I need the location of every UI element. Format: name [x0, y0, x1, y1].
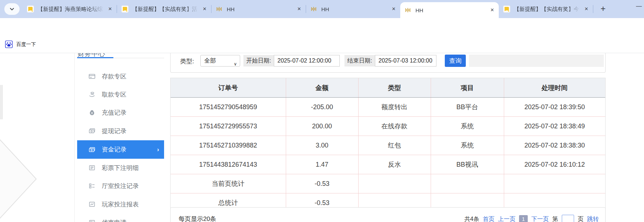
cell-project: 系统 [431, 117, 504, 136]
tab-hh-active[interactable]: HH ✕ [400, 2, 499, 18]
sidebar-item-promo-apply[interactable]: 优惠申请 [77, 213, 164, 222]
table-header-row: 订单号 金额 类型 项目 处理时间 [171, 78, 605, 98]
cell-process-time: 2025-07-02 16:10:12 [504, 155, 605, 174]
sidebar-item-lottery-bet-detail[interactable]: 彩票下注明细 [77, 159, 164, 177]
cell-order-no: 1751452729955573 [171, 117, 286, 136]
tab-hh-2[interactable]: HH ✕ [306, 0, 400, 18]
query-button[interactable]: 查询 [445, 55, 466, 67]
sidebar-item-label: 玩家投注报表 [102, 200, 139, 209]
sidebar-title-underline-accent [77, 57, 113, 58]
first-page-link[interactable]: 首页 [483, 215, 494, 222]
tab-search-button[interactable] [4, 3, 20, 15]
cell-amount: 3.00 [286, 136, 358, 155]
tab-close-icon[interactable]: ✕ [200, 5, 209, 13]
start-date-input[interactable] [274, 55, 340, 67]
jump-suffix-label: 页 [578, 215, 584, 222]
sidebar-item-funds-records[interactable]: 资金记录 › [77, 140, 164, 159]
prev-page-link[interactable]: 上一页 [498, 215, 515, 222]
sidebar-item-deposit-zone[interactable]: 存款专区 [77, 67, 164, 85]
end-date-input[interactable] [375, 55, 436, 67]
cell-amount: 1.47 [286, 155, 358, 174]
column-header-project: 项目 [431, 78, 504, 98]
tab-close-icon[interactable]: ✕ [295, 5, 304, 13]
sidebar-item-recharge-records[interactable]: 充值记录 [77, 103, 164, 121]
tab-hh-1[interactable]: HH ✕ [212, 0, 306, 18]
column-header-type: 类型 [358, 78, 431, 98]
table-row: 1751452790548959 -205.00 额度转出 BB平台 2025-… [171, 98, 605, 117]
page-watermark-triangle [0, 137, 40, 221]
lottery-list-icon [89, 165, 95, 171]
window-minimize-button[interactable]: — [636, 3, 642, 9]
tab-close-icon[interactable]: ✕ [488, 6, 497, 14]
chevron-right-icon: › [157, 146, 159, 153]
sidebar-item-label: 取款专区 [102, 90, 126, 99]
sidebar-item-label: 优惠申请 [102, 218, 126, 222]
sidebar-item-label: 提现记录 [102, 127, 126, 135]
total-count-label: 共4条 [464, 215, 479, 222]
jump-prefix-label: 第 [552, 215, 558, 222]
sidebar-item-label: 充值记录 [102, 108, 126, 117]
tab-close-icon[interactable]: ✕ [106, 5, 114, 13]
bookmark-label[interactable]: 百度一下 [16, 41, 36, 48]
withdrawal-cash-icon [89, 128, 95, 134]
column-header-process-time: 处理时间 [504, 78, 605, 98]
promo-apply-icon [89, 219, 95, 222]
tab-title: HH [415, 7, 488, 13]
forum-favicon-icon [27, 5, 34, 13]
cell-amount: -205.00 [286, 98, 358, 117]
deposit-card-icon [89, 73, 95, 80]
browser-toolbar: yl756.com/hhcp/usercenter.html?iniType=6 [0, 18, 644, 36]
cell-project: 系统 [431, 136, 504, 155]
sidebar-item-withdraw-zone[interactable]: 取款专区 [77, 85, 164, 103]
cell-order-no: 1751452790548959 [171, 98, 286, 117]
bookmark-baidu[interactable]: 百度一下 [5, 40, 36, 48]
filter-bar: 类型: 全部 ∨ 开始日期: 结束日期: 查询 [170, 53, 606, 73]
sidebar-item-withdrawal-records[interactable]: 提现记录 [77, 122, 164, 140]
cell-order-no: 1751443812674143 [171, 155, 286, 174]
cell-process-time: 2025-07-02 18:38:49 [504, 117, 605, 136]
end-date-label: 结束日期: [344, 55, 375, 67]
jump-button[interactable]: 跳转 [587, 215, 599, 222]
start-date-label: 开始日期: [243, 55, 274, 67]
bookmarks-bar: 百度一下 [0, 36, 644, 53]
tab-title: HH [321, 6, 389, 12]
funds-records-table: 订单号 金额 类型 项目 处理时间 1751452790548959 -205.… [170, 78, 606, 213]
page-size-label: 每页显示20条 [179, 215, 216, 222]
tab-close-icon[interactable]: ✕ [389, 5, 398, 13]
sidebar-item-label: 存款专区 [102, 72, 126, 81]
cell-project [431, 174, 504, 193]
filter-bar-gray-area [469, 55, 604, 67]
hh-gold-favicon-icon [310, 5, 318, 13]
table-row: 1751452729955573 200.00 在线存款 系统 2025-07-… [171, 117, 605, 136]
hh-gold-favicon-icon [216, 5, 223, 13]
cell-type [358, 174, 431, 193]
tab-forum-1[interactable]: 【新提醒】海燕策略论坛综 ✕ [22, 0, 117, 18]
sidebar-left-border [74, 53, 75, 222]
tab-title: 【新提醒】【实战有奖】今 [514, 6, 582, 13]
table-row-page-summary: 当前页统计 -0.53 [171, 174, 605, 193]
type-select[interactable]: 全部 ∨ [200, 55, 240, 67]
cell-process-time: 2025-07-02 18:38:30 [504, 136, 605, 155]
tab-forum-3[interactable]: 【新提醒】【实战有奖】今 ✕ [499, 0, 593, 18]
cell-amount: 200.00 [286, 117, 358, 136]
current-page-badge: 1 [519, 215, 528, 222]
chevron-down-icon: ∨ [234, 59, 237, 69]
tabs-container: 【新提醒】海燕策略论坛综 ✕ 【新提醒】【实战有奖】活 ✕ HH ✕ HH ✕ [22, 0, 609, 18]
tab-title: 【新提醒】【实战有奖】活 [132, 6, 200, 13]
sidebar-item-label: 资金记录 [102, 145, 126, 154]
cell-project: BB平台 [431, 98, 504, 117]
tab-forum-2[interactable]: 【新提醒】【实战有奖】活 ✕ [117, 0, 211, 18]
forum-favicon-icon [121, 5, 129, 13]
table-row: 1751452710399882 3.00 红包 系统 2025-07-02 1… [171, 136, 605, 155]
next-page-link[interactable]: 下一页 [531, 215, 549, 222]
tab-close-icon[interactable]: ✕ [582, 5, 591, 13]
cell-amount: -0.53 [286, 174, 358, 193]
sidebar-item-label: 彩票下注明细 [102, 164, 139, 172]
cell-type: 在线存款 [358, 117, 431, 136]
new-tab-button[interactable]: + [598, 4, 609, 14]
page-jump-input[interactable] [562, 215, 574, 222]
room-bet-icon [89, 183, 95, 189]
sidebar-item-room-bet-records[interactable]: 厅室投注记录 [77, 177, 164, 195]
browser-window: 【新提醒】海燕策略论坛综 ✕ 【新提醒】【实战有奖】活 ✕ HH ✕ HH ✕ [0, 0, 644, 222]
sidebar-item-player-bet-report[interactable]: 玩家投注报表 [77, 195, 164, 213]
